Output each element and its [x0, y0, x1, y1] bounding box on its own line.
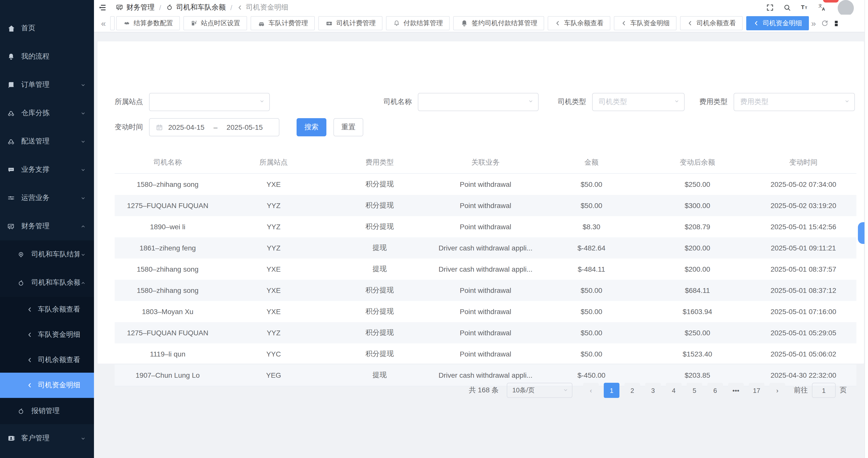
- cell-amount[interactable]: $50.00: [538, 322, 645, 344]
- arrow-left-icon: [621, 20, 627, 26]
- translate-icon[interactable]: 文A: [818, 3, 827, 11]
- cell-amount[interactable]: $-484.11: [538, 259, 645, 280]
- sidebar-item-财务管理[interactable]: 财务管理: [0, 212, 94, 240]
- breadcrumb-item[interactable]: 司机资金明细: [237, 3, 288, 12]
- cell-business: Point withdrawal: [433, 280, 538, 301]
- driver-name-filter-label: 司机名称: [383, 97, 412, 106]
- tab-司机计费管理[interactable]: 司机计费管理: [318, 16, 383, 30]
- cell-balance: $250.00: [645, 322, 750, 344]
- prev-page-button[interactable]: ‹: [583, 383, 599, 398]
- tabs-scroll-left-icon[interactable]: «: [99, 19, 108, 28]
- tab-司机资金明细[interactable]: 司机资金明细: [746, 16, 809, 30]
- page-ellipsis[interactable]: •••: [728, 383, 744, 398]
- id-card-icon: [7, 434, 16, 443]
- cell-amount[interactable]: $8.30: [538, 216, 645, 237]
- chevron-down-icon: [563, 387, 568, 393]
- tab-label: 司机资金明细: [763, 19, 802, 28]
- tab-车队资金明细[interactable]: 车队资金明细: [614, 16, 677, 30]
- sidebar-item-客户管理[interactable]: 客户管理: [0, 424, 94, 453]
- content-card: 所属站点 司机名称 司机类型 司机类型 费用类型: [97, 41, 864, 364]
- cell-amount[interactable]: $50.00: [538, 301, 645, 322]
- page-button-17[interactable]: 17: [749, 383, 765, 398]
- tab-label: 车队资金明细: [630, 19, 670, 28]
- cell-station: YYC: [220, 344, 327, 365]
- driver-type-filter-label: 司机类型: [558, 97, 586, 106]
- arrow-left-icon: [27, 332, 33, 338]
- sidebar-item-车队资金明细[interactable]: 车队资金明细: [0, 322, 94, 348]
- fullscreen-icon[interactable]: [766, 3, 774, 11]
- tab-签约司机付款结算管理[interactable]: 签约司机付款结算管理: [454, 16, 545, 30]
- search-icon[interactable]: [783, 3, 791, 11]
- top-header: 财务管理/司机和车队余额/司机资金明细 TT文A: [94, 0, 868, 14]
- cell-balance: $200.00: [645, 237, 750, 259]
- sidebar-item-司机资金明细[interactable]: 司机资金明细: [0, 373, 94, 398]
- sidebar-item-配送管理[interactable]: 配送管理: [0, 127, 94, 156]
- table-row: 1861–ziheng fengYYZ提现Driver cash withdra…: [115, 237, 857, 259]
- tab-车队余额查看[interactable]: 车队余额查看: [548, 16, 611, 30]
- page-button-3[interactable]: 3: [645, 383, 661, 398]
- search-button[interactable]: 搜索: [297, 118, 327, 136]
- cell-driver-name: 1275–FUQUAN FUQUAN: [115, 322, 220, 344]
- page-size-select[interactable]: 10条/页: [507, 383, 572, 398]
- sidebar-item-我的流程[interactable]: 我的流程: [0, 42, 94, 71]
- goto-page-input[interactable]: 1: [812, 383, 836, 398]
- calendar-icon: [156, 124, 163, 131]
- sidebar-item-报销管理[interactable]: 报销管理: [0, 398, 94, 424]
- fee-type-select[interactable]: 费用类型: [734, 93, 855, 111]
- tab-付款结算管理[interactable]: 付款结算管理: [386, 16, 450, 30]
- arrow-left-icon: [27, 382, 33, 388]
- tab-车队计费管理[interactable]: 车队计费管理: [251, 16, 315, 30]
- sidebar-item-车队余额查看[interactable]: 车队余额查看: [0, 297, 94, 322]
- table-row: 1275–FUQUAN FUQUANYYZ积分提现Point withdrawa…: [115, 195, 857, 216]
- sidebar-item-首页[interactable]: 首页: [0, 14, 94, 42]
- tabs-scroll-right-icon[interactable]: »: [809, 19, 818, 28]
- scrollbar-track[interactable]: [865, 0, 868, 458]
- sidebar-item-仓库分拣[interactable]: 仓库分拣: [0, 99, 94, 127]
- cell-amount[interactable]: $50.00: [538, 280, 645, 301]
- cell-amount[interactable]: $50.00: [538, 195, 645, 216]
- book-icon: [7, 81, 16, 89]
- table-row: 1803–Moyan XuYXE积分提现Point withdrawal$50.…: [115, 301, 857, 322]
- font-size-icon[interactable]: TT: [800, 3, 809, 11]
- station-select[interactable]: [149, 93, 270, 111]
- sidebar-item-业务支撑[interactable]: 业务支撑: [0, 156, 94, 184]
- user-avatar[interactable]: [838, 0, 854, 16]
- sidebar-item-司机和车队结算[interactable]: 司机和车队结算: [0, 240, 94, 269]
- tab-站点时区设置[interactable]: 站点时区设置: [184, 16, 247, 30]
- cell-amount[interactable]: $50.00: [538, 344, 645, 365]
- table-row: 1275–FUQUAN FUQUANYYZ积分提现Point withdrawa…: [115, 322, 857, 344]
- driver-type-select[interactable]: 司机类型: [592, 93, 685, 111]
- page-button-5[interactable]: 5: [687, 383, 702, 398]
- next-page-button[interactable]: ›: [770, 383, 785, 398]
- tab-label: 车队计费管理: [269, 19, 308, 28]
- sidebar-item-司机余额查看[interactable]: 司机余额查看: [0, 348, 94, 373]
- sidebar-item-label: 首页: [21, 24, 35, 33]
- page-button-1[interactable]: 1: [604, 383, 619, 398]
- menu-fold-icon[interactable]: [98, 3, 106, 11]
- chevron-down-icon: [80, 252, 86, 257]
- svg-text:T: T: [805, 6, 807, 10]
- tab-司机余额查看[interactable]: 司机余额查看: [680, 16, 743, 30]
- date-range-picker[interactable]: 2025-04-15 – 2025-05-15: [149, 118, 279, 136]
- page-button-2[interactable]: 2: [624, 383, 640, 398]
- cell-amount[interactable]: $-482.64: [538, 237, 645, 259]
- breadcrumb-item[interactable]: 司机和车队余额: [166, 3, 226, 12]
- cell-amount[interactable]: $50.00: [538, 173, 645, 195]
- driver-name-select[interactable]: [418, 93, 538, 111]
- cell-fee-type: 提现: [327, 237, 433, 259]
- reset-button[interactable]: 重置: [334, 118, 363, 136]
- panel-icon[interactable]: [833, 20, 840, 27]
- cell-fee-type: 积分提现: [327, 195, 433, 216]
- cell-driver-name: 1275–FUQUAN FUQUAN: [115, 195, 220, 216]
- sidebar-item-运营业务[interactable]: 运营业务: [0, 184, 94, 212]
- sidebar-item-订单管理[interactable]: 订单管理: [0, 71, 94, 99]
- clipped-tab[interactable]: [111, 16, 115, 30]
- page-button-6[interactable]: 6: [707, 383, 723, 398]
- sidebar-item-label: 司机资金明细: [38, 381, 80, 390]
- breadcrumb-item[interactable]: 财务管理: [116, 3, 155, 12]
- refresh-icon[interactable]: [821, 20, 829, 27]
- page-button-4[interactable]: 4: [666, 383, 682, 398]
- tab-结算参数配置[interactable]: 结算参数配置: [117, 16, 180, 30]
- sidebar-item-司机和车队余额[interactable]: 司机和车队余额: [0, 269, 94, 297]
- cell-driver-name: 1580–zhihang song: [115, 259, 220, 280]
